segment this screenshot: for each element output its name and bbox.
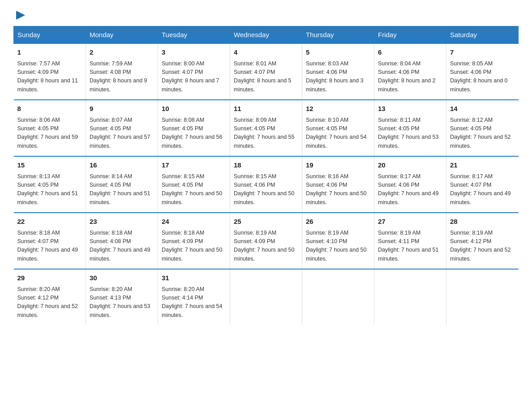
header-monday: Monday (86, 26, 158, 44)
day-number: 24 (162, 217, 226, 227)
calendar-cell (230, 269, 302, 325)
calendar-cell: 30Sunrise: 8:20 AMSunset: 4:13 PMDayligh… (86, 269, 158, 325)
header-thursday: Thursday (302, 26, 374, 44)
day-info: Sunrise: 8:08 AMSunset: 4:05 PMDaylight:… (162, 116, 226, 151)
day-number: 2 (90, 47, 154, 58)
day-info: Sunrise: 8:18 AMSunset: 4:08 PMDaylight:… (90, 229, 154, 264)
header-sunday: Sunday (14, 26, 86, 44)
day-info: Sunrise: 8:15 AMSunset: 4:06 PMDaylight:… (234, 172, 298, 207)
day-info: Sunrise: 8:19 AMSunset: 4:09 PMDaylight:… (234, 229, 298, 264)
calendar-cell: 20Sunrise: 8:17 AMSunset: 4:06 PMDayligh… (374, 156, 446, 213)
week-row-3: 15Sunrise: 8:13 AMSunset: 4:05 PMDayligh… (14, 156, 519, 213)
calendar-cell: 11Sunrise: 8:09 AMSunset: 4:05 PMDayligh… (230, 100, 302, 156)
day-info: Sunrise: 8:19 AMSunset: 4:10 PMDaylight:… (306, 229, 370, 264)
day-number: 29 (17, 273, 82, 283)
calendar-cell: 4Sunrise: 8:01 AMSunset: 4:07 PMDaylight… (230, 43, 302, 100)
day-number: 8 (17, 104, 82, 114)
day-info: Sunrise: 8:13 AMSunset: 4:05 PMDaylight:… (17, 172, 82, 207)
day-number: 1 (17, 47, 82, 58)
day-number: 9 (90, 104, 154, 114)
day-number: 31 (162, 273, 226, 283)
day-number: 6 (378, 47, 442, 58)
calendar-cell: 12Sunrise: 8:10 AMSunset: 4:05 PMDayligh… (302, 100, 374, 156)
day-info: Sunrise: 8:18 AMSunset: 4:07 PMDaylight:… (17, 229, 82, 264)
day-number: 5 (306, 47, 370, 58)
day-info: Sunrise: 7:59 AMSunset: 4:08 PMDaylight:… (90, 60, 154, 94)
day-number: 15 (17, 160, 82, 171)
calendar-cell: 23Sunrise: 8:18 AMSunset: 4:08 PMDayligh… (86, 213, 158, 269)
day-number: 10 (162, 104, 226, 114)
day-info: Sunrise: 8:20 AMSunset: 4:12 PMDaylight:… (17, 285, 82, 320)
calendar-cell: 29Sunrise: 8:20 AMSunset: 4:12 PMDayligh… (14, 269, 86, 325)
day-info: Sunrise: 8:04 AMSunset: 4:06 PMDaylight:… (378, 60, 442, 94)
calendar-cell: 6Sunrise: 8:04 AMSunset: 4:06 PMDaylight… (374, 43, 446, 100)
day-info: Sunrise: 8:15 AMSunset: 4:05 PMDaylight:… (162, 172, 226, 207)
page-header (13, 9, 519, 21)
calendar-cell: 24Sunrise: 8:18 AMSunset: 4:09 PMDayligh… (158, 213, 230, 269)
day-info: Sunrise: 8:14 AMSunset: 4:05 PMDaylight:… (90, 172, 154, 207)
day-info: Sunrise: 8:03 AMSunset: 4:06 PMDaylight:… (306, 60, 370, 94)
calendar-header-row: SundayMondayTuesdayWednesdayThursdayFrid… (14, 26, 519, 44)
day-info: Sunrise: 8:01 AMSunset: 4:07 PMDaylight:… (234, 60, 298, 94)
day-info: Sunrise: 8:10 AMSunset: 4:05 PMDaylight:… (306, 116, 370, 151)
day-number: 14 (450, 104, 515, 114)
day-info: Sunrise: 7:57 AMSunset: 4:09 PMDaylight:… (17, 60, 82, 94)
day-info: Sunrise: 8:17 AMSunset: 4:07 PMDaylight:… (450, 172, 515, 207)
calendar-cell: 14Sunrise: 8:12 AMSunset: 4:05 PMDayligh… (446, 100, 519, 156)
day-info: Sunrise: 8:19 AMSunset: 4:12 PMDaylight:… (450, 229, 515, 264)
day-number: 7 (450, 47, 515, 58)
calendar-cell: 8Sunrise: 8:06 AMSunset: 4:05 PMDaylight… (14, 100, 86, 156)
day-number: 30 (90, 273, 154, 283)
week-row-5: 29Sunrise: 8:20 AMSunset: 4:12 PMDayligh… (14, 269, 519, 325)
calendar-cell (374, 269, 446, 325)
calendar-cell: 7Sunrise: 8:05 AMSunset: 4:06 PMDaylight… (446, 43, 519, 100)
calendar-cell: 28Sunrise: 8:19 AMSunset: 4:12 PMDayligh… (446, 213, 519, 269)
day-info: Sunrise: 8:20 AMSunset: 4:13 PMDaylight:… (90, 285, 154, 320)
calendar-cell: 26Sunrise: 8:19 AMSunset: 4:10 PMDayligh… (302, 213, 374, 269)
day-number: 16 (90, 160, 154, 171)
calendar-cell: 5Sunrise: 8:03 AMSunset: 4:06 PMDaylight… (302, 43, 374, 100)
day-info: Sunrise: 8:05 AMSunset: 4:06 PMDaylight:… (450, 60, 515, 94)
calendar-cell: 13Sunrise: 8:11 AMSunset: 4:05 PMDayligh… (374, 100, 446, 156)
calendar-cell: 2Sunrise: 7:59 AMSunset: 4:08 PMDaylight… (86, 43, 158, 100)
calendar-cell: 17Sunrise: 8:15 AMSunset: 4:05 PMDayligh… (158, 156, 230, 213)
svg-marker-0 (16, 11, 25, 20)
day-number: 23 (90, 217, 154, 227)
header-saturday: Saturday (446, 26, 519, 44)
day-number: 19 (306, 160, 370, 171)
day-number: 18 (234, 160, 298, 171)
logo-triangle-icon (14, 9, 27, 21)
calendar-cell (446, 269, 519, 325)
calendar-cell: 27Sunrise: 8:19 AMSunset: 4:11 PMDayligh… (374, 213, 446, 269)
calendar-cell: 15Sunrise: 8:13 AMSunset: 4:05 PMDayligh… (14, 156, 86, 213)
calendar-cell (302, 269, 374, 325)
day-info: Sunrise: 8:20 AMSunset: 4:14 PMDaylight:… (162, 285, 226, 320)
day-number: 21 (450, 160, 515, 171)
day-number: 11 (234, 104, 298, 114)
calendar-cell: 19Sunrise: 8:16 AMSunset: 4:06 PMDayligh… (302, 156, 374, 213)
calendar-cell: 25Sunrise: 8:19 AMSunset: 4:09 PMDayligh… (230, 213, 302, 269)
week-row-4: 22Sunrise: 8:18 AMSunset: 4:07 PMDayligh… (14, 213, 519, 269)
day-number: 25 (234, 217, 298, 227)
day-number: 28 (450, 217, 515, 227)
day-info: Sunrise: 8:19 AMSunset: 4:11 PMDaylight:… (378, 229, 442, 264)
calendar-cell: 31Sunrise: 8:20 AMSunset: 4:14 PMDayligh… (158, 269, 230, 325)
calendar-cell: 22Sunrise: 8:18 AMSunset: 4:07 PMDayligh… (14, 213, 86, 269)
calendar-cell: 18Sunrise: 8:15 AMSunset: 4:06 PMDayligh… (230, 156, 302, 213)
calendar-cell: 1Sunrise: 7:57 AMSunset: 4:09 PMDaylight… (14, 43, 86, 100)
day-info: Sunrise: 8:11 AMSunset: 4:05 PMDaylight:… (378, 116, 442, 151)
calendar-cell: 3Sunrise: 8:00 AMSunset: 4:07 PMDaylight… (158, 43, 230, 100)
day-number: 22 (17, 217, 82, 227)
header-friday: Friday (374, 26, 446, 44)
calendar-cell: 21Sunrise: 8:17 AMSunset: 4:07 PMDayligh… (446, 156, 519, 213)
day-info: Sunrise: 8:07 AMSunset: 4:05 PMDaylight:… (90, 116, 154, 151)
day-info: Sunrise: 8:16 AMSunset: 4:06 PMDaylight:… (306, 172, 370, 207)
day-number: 13 (378, 104, 442, 114)
day-number: 27 (378, 217, 442, 227)
logo (13, 9, 27, 21)
day-number: 17 (162, 160, 226, 171)
day-number: 4 (234, 47, 298, 58)
day-number: 20 (378, 160, 442, 171)
header-wednesday: Wednesday (230, 26, 302, 44)
week-row-1: 1Sunrise: 7:57 AMSunset: 4:09 PMDaylight… (14, 43, 519, 100)
